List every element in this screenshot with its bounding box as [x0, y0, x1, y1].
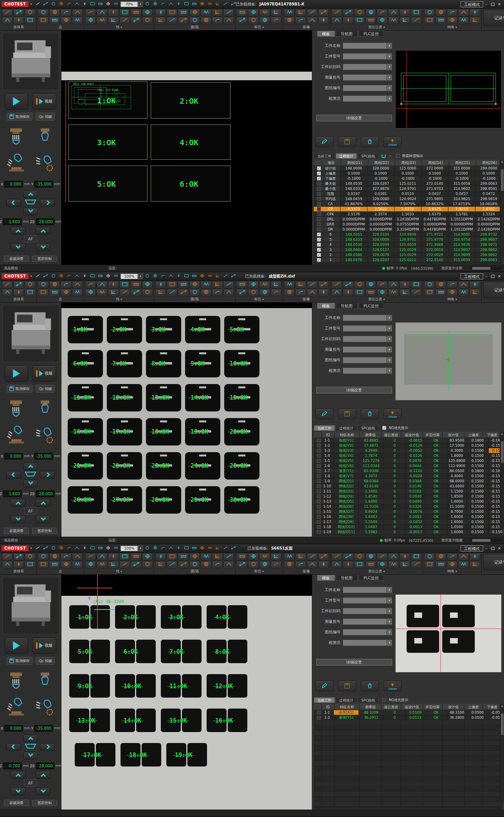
scroll-thumb[interactable] — [501, 441, 504, 463]
tool-button[interactable] — [307, 9, 317, 16]
result-tab-1[interactable]: 过程统计 — [336, 153, 357, 159]
tool-button[interactable] — [365, 289, 376, 296]
tool-button[interactable] — [331, 553, 342, 561]
tool-button[interactable] — [25, 561, 35, 568]
tool-button[interactable] — [201, 289, 211, 296]
chevron-down-icon[interactable]: ▾ — [383, 298, 385, 301]
tool-button[interactable] — [248, 17, 259, 24]
export-button[interactable] — [50, 273, 57, 279]
z-up-fast-button[interactable] — [11, 499, 25, 507]
tool-button[interactable] — [119, 553, 130, 561]
tool-button[interactable] — [142, 9, 153, 16]
tool-button[interactable] — [424, 281, 435, 289]
tool-button[interactable] — [458, 289, 469, 296]
row-checkbox[interactable] — [317, 212, 321, 216]
tool-button[interactable] — [377, 9, 387, 16]
tool-button[interactable] — [142, 553, 153, 561]
save-template-button[interactable] — [338, 680, 356, 691]
side-light-button[interactable] — [4, 694, 28, 716]
tool-button[interactable] — [155, 17, 166, 24]
form-input-5[interactable] — [343, 640, 387, 646]
tool-button[interactable] — [388, 281, 399, 289]
undo-button[interactable] — [58, 1, 65, 7]
z-down-button[interactable] — [36, 787, 50, 795]
nav-preview[interactable] — [395, 50, 502, 128]
close-button[interactable]: × — [496, 1, 502, 7]
tool-button[interactable] — [400, 9, 410, 16]
row-checkbox[interactable] — [317, 464, 321, 468]
layer-control-button[interactable]: 图层控制 — [32, 528, 57, 534]
tool-button[interactable] — [178, 561, 189, 568]
tool-button[interactable] — [85, 9, 96, 16]
jog-left-button[interactable] — [6, 743, 21, 751]
row-checkbox[interactable]: ✓ — [317, 177, 321, 180]
tool-button[interactable] — [354, 289, 365, 296]
zoom-select[interactable]: 100% — [121, 546, 138, 551]
tool-button[interactable] — [470, 553, 480, 561]
tool-button[interactable] — [142, 281, 153, 289]
tool-button[interactable] — [447, 17, 457, 24]
tool-button[interactable] — [97, 281, 107, 289]
z-down-fast-button[interactable] — [11, 515, 25, 523]
tool-button[interactable] — [424, 289, 435, 296]
tool-button[interactable] — [85, 17, 96, 24]
side-light-button[interactable] — [4, 150, 28, 172]
tool-button[interactable] — [237, 553, 247, 561]
chevron-down-icon[interactable]: ▾ — [263, 26, 264, 29]
run-button[interactable] — [5, 365, 28, 382]
tool-button[interactable] — [237, 281, 247, 289]
tool-button[interactable] — [223, 9, 234, 16]
align-button[interactable] — [81, 545, 88, 551]
minimize-button[interactable]: – — [483, 545, 490, 552]
chevron-down-icon[interactable]: ▾ — [387, 64, 392, 70]
new-measure-button[interactable]: 新建测量 — [4, 528, 29, 534]
tool-button[interactable] — [343, 281, 353, 289]
tool-button[interactable] — [97, 553, 107, 561]
tool-button[interactable] — [25, 289, 35, 296]
scroll-thumb[interactable] — [501, 713, 504, 735]
form-input-5[interactable] — [343, 96, 387, 102]
scroll-thumb[interactable] — [472, 267, 491, 270]
side-light-button[interactable] — [4, 422, 28, 444]
percent-button[interactable] — [113, 545, 119, 551]
tool-button[interactable] — [271, 281, 281, 289]
z-up-fast-button[interactable] — [11, 771, 25, 779]
tool-button[interactable] — [49, 9, 60, 16]
h-scrollbar[interactable] — [470, 267, 502, 270]
z-up-button[interactable] — [36, 227, 50, 234]
jog-left-button[interactable] — [6, 199, 21, 207]
tool-button[interactable] — [38, 9, 49, 16]
data-table[interactable]: ID特征名称测量值超公差值超设计值评定结果设计值上偏差下偏差1-1水平[X1]4… — [314, 704, 502, 809]
chevron-down-icon[interactable]: ▾ — [387, 85, 392, 91]
delete-button[interactable] — [74, 273, 80, 279]
tool-button[interactable] — [377, 561, 387, 568]
chevron-down-icon[interactable]: ▾ — [138, 2, 143, 7]
tool-button[interactable] — [365, 9, 376, 16]
tool-button[interactable] — [400, 553, 410, 561]
tool-button[interactable] — [458, 281, 469, 289]
tool-button[interactable] — [411, 561, 421, 568]
jog-left-button[interactable] — [6, 471, 21, 479]
tool-button[interactable] — [343, 553, 353, 561]
redo-button[interactable] — [66, 1, 72, 7]
chevron-down-icon[interactable]: ▾ — [263, 298, 264, 301]
row-checkbox[interactable]: ✓ — [317, 233, 321, 236]
tab-template[interactable]: 模板 — [317, 575, 335, 581]
tool-button[interactable] — [61, 17, 71, 24]
capture-button[interactable]: 拍摄 — [36, 657, 55, 665]
form-input-1[interactable] — [343, 597, 387, 604]
chevron-down-icon[interactable]: ▾ — [387, 346, 392, 353]
form-input-4[interactable] — [343, 629, 387, 635]
jog-down-button[interactable] — [23, 207, 38, 215]
tool-button[interactable] — [388, 9, 399, 16]
tool-button[interactable] — [189, 553, 200, 561]
tool-button[interactable] — [223, 561, 234, 568]
chevron-down-icon[interactable]: ▾ — [455, 298, 457, 301]
tool-button[interactable] — [155, 289, 166, 296]
mirror-button[interactable] — [105, 1, 112, 7]
tool-button[interactable] — [61, 281, 71, 289]
layer-control-button[interactable]: 图层控制 — [32, 256, 57, 262]
tool-button[interactable] — [271, 9, 281, 16]
tool-button[interactable] — [388, 553, 399, 561]
chevron-down-icon[interactable]: ▾ — [387, 53, 392, 60]
